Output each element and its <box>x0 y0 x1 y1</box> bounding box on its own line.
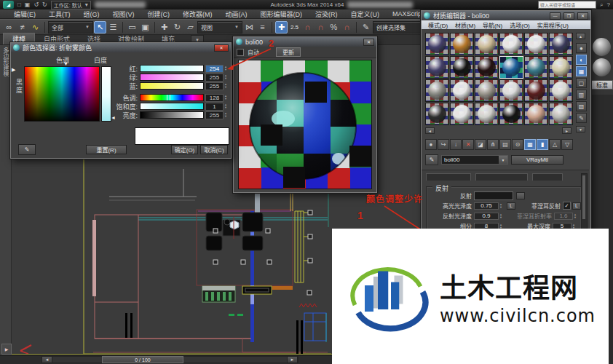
go-to-sibling-icon[interactable]: ▽ <box>561 139 573 150</box>
red-value[interactable]: 254 <box>205 65 224 73</box>
bind-to-space-warp-icon[interactable]: ∿ <box>29 21 41 33</box>
spin-down-icon[interactable]: ▼ <box>224 86 227 89</box>
fresnel-lock-button[interactable]: L <box>572 202 581 210</box>
auto-checkbox[interactable] <box>237 49 244 56</box>
menu-graph-editors[interactable]: 图形编辑器(D) <box>254 9 309 19</box>
make-copy-icon[interactable]: ◪ <box>475 139 486 150</box>
hilight-gloss-value[interactable]: 0.75 <box>474 202 499 210</box>
slots-scroll-right-icon[interactable]: ► <box>562 127 572 134</box>
reference-coordinate-dropdown[interactable]: 视图 ▼ <box>197 21 242 33</box>
backlight-icon[interactable]: ◐ <box>576 55 587 65</box>
window-crossing-icon[interactable]: ▣ <box>139 21 151 33</box>
menu-modes[interactable]: 模式(D) <box>425 21 451 29</box>
spin-down-icon[interactable]: ▼ <box>499 206 502 209</box>
menu-options[interactable]: 选项(O) <box>507 21 533 29</box>
align-icon[interactable]: ≡ <box>256 21 269 33</box>
menu-material[interactable]: 材质(M) <box>452 21 478 29</box>
material-slot[interactable] <box>549 79 573 102</box>
panel-expand-icon[interactable]: ▶ <box>1 344 12 355</box>
help-icon[interactable]: ? <box>607 1 610 9</box>
redo-icon[interactable]: ↻ <box>42 1 47 9</box>
material-sample[interactable] <box>593 58 611 76</box>
update-button[interactable]: 更新 <box>276 47 301 57</box>
sample-type-icon[interactable]: ● <box>576 43 587 53</box>
material-slot-active[interactable] <box>499 56 523 79</box>
snap-magnet-icon[interactable]: ∩ <box>301 21 314 33</box>
search-icon[interactable]: ⌕ <box>600 1 603 9</box>
material-slot[interactable] <box>450 79 474 102</box>
spin-down-icon[interactable]: ▼ <box>224 106 227 109</box>
preview-titlebar[interactable]: boli00 ✕ <box>234 37 376 47</box>
menu-edit[interactable]: 编辑(E) <box>7 9 42 19</box>
material-slot[interactable] <box>524 79 548 102</box>
material-slot[interactable] <box>450 56 474 79</box>
spinner-snap-icon[interactable]: ∩ <box>341 21 353 33</box>
time-forward-icon[interactable]: ► <box>287 356 298 363</box>
material-id-icon[interactable]: ⊙ <box>512 139 523 150</box>
material-sample[interactable] <box>593 38 611 56</box>
material-editor-titlebar[interactable]: 材质编辑器 - boli00 — ❐ ✕ <box>422 11 590 20</box>
spin-down-icon[interactable]: ▼ <box>224 115 227 118</box>
put-to-library-icon[interactable]: ▤ <box>499 139 511 150</box>
move-icon[interactable]: ✚ <box>158 21 170 33</box>
value-slider[interactable] <box>140 111 204 119</box>
go-to-parent-icon[interactable]: △ <box>549 139 561 150</box>
value-value[interactable]: 255 <box>205 111 224 119</box>
blue-slider[interactable] <box>140 82 204 90</box>
spin-down-icon[interactable]: ▼ <box>224 68 227 71</box>
material-slot[interactable] <box>450 33 474 55</box>
app-logo-icon[interactable]: ◢ <box>3 1 14 9</box>
open-file-icon[interactable]: ▣ <box>25 1 31 9</box>
scale-icon[interactable]: ▱ <box>184 21 197 33</box>
make-unique-icon[interactable]: ⋔ <box>487 139 499 150</box>
background-icon[interactable]: ▦ <box>576 66 587 76</box>
minimize-icon[interactable]: — <box>550 12 561 20</box>
spin-down-icon[interactable]: ▼ <box>499 216 502 219</box>
rotate-icon[interactable]: ↻ <box>171 21 183 33</box>
pick-material-eyedropper-icon[interactable]: ✎ <box>425 154 438 165</box>
spin-down-icon[interactable]: ▼ <box>224 77 227 80</box>
hue-slider[interactable] <box>140 94 204 101</box>
hue-marker-icon[interactable]: ▼ <box>63 61 68 66</box>
search-input[interactable] <box>538 1 596 9</box>
menu-animation[interactable]: 动画(A) <box>219 9 254 19</box>
close-icon[interactable]: ✕ <box>577 12 588 20</box>
standard-type-button[interactable]: 标准 <box>591 80 613 90</box>
undo-icon[interactable]: ↺ <box>33 1 39 9</box>
percent-snap-icon[interactable]: % <box>328 21 340 33</box>
material-slot[interactable] <box>475 56 499 79</box>
reset-button[interactable]: 重置(R) <box>86 145 127 154</box>
reflect-map-button[interactable] <box>516 192 525 199</box>
cancel-button[interactable]: 取消(C) <box>200 145 228 154</box>
menu-rendering[interactable]: 渲染(R) <box>309 9 344 19</box>
reflect-color-swatch[interactable] <box>474 191 513 200</box>
material-type-button[interactable]: VRayMtl <box>511 155 563 165</box>
material-slot[interactable] <box>524 103 548 125</box>
red-slider[interactable] <box>140 65 204 72</box>
material-slot[interactable] <box>475 79 499 102</box>
menu-group[interactable]: 组(G) <box>77 9 106 19</box>
material-slot[interactable] <box>549 33 573 55</box>
ok-button[interactable]: 确定(O) <box>171 145 198 154</box>
color-selector-titlebar[interactable]: 颜色选择器: 折射雾颜色 ✕ <box>11 43 231 52</box>
menu-create[interactable]: 创建(C) <box>141 9 177 19</box>
saturation-value[interactable]: 1 <box>205 103 224 111</box>
menu-modifiers[interactable]: 修改器(M) <box>176 9 219 19</box>
material-slot[interactable] <box>475 103 499 125</box>
menu-views[interactable]: 视图(V) <box>106 9 141 19</box>
material-slot[interactable] <box>549 103 573 125</box>
material-slot[interactable] <box>425 33 449 55</box>
material-slot[interactable] <box>524 33 548 55</box>
assign-to-selection-icon[interactable]: ↓ <box>450 139 462 150</box>
get-material-icon[interactable]: ● <box>425 139 437 150</box>
material-slot[interactable] <box>499 33 523 55</box>
video-color-check-icon[interactable]: ▥ <box>576 90 587 100</box>
fresnel-checkbox[interactable]: ✓ <box>563 202 571 210</box>
rectangular-selection-icon[interactable]: ▭ <box>126 21 138 33</box>
workspace-dropdown[interactable]: 工作区: 默认 ▾ <box>51 1 91 9</box>
show-map-in-viewport-icon[interactable]: ▦ <box>524 139 536 150</box>
sample-tiling-icon[interactable]: ▢ <box>576 78 587 88</box>
blue-value[interactable]: 255 <box>205 82 224 90</box>
make-preview-icon[interactable]: ▧ <box>576 101 587 111</box>
menu-tools[interactable]: 工具(T) <box>42 9 77 19</box>
